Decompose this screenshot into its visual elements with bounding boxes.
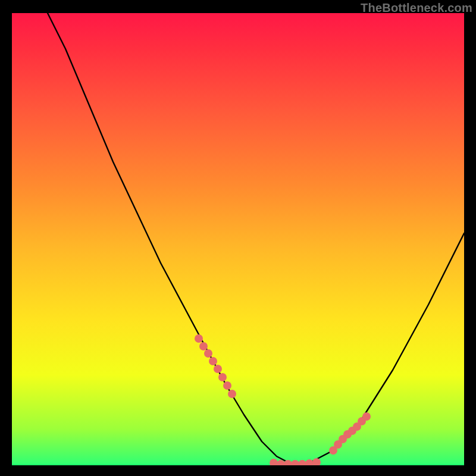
svg-point-8 xyxy=(228,390,236,398)
svg-point-2 xyxy=(199,342,208,350)
svg-point-17 xyxy=(270,459,278,465)
svg-point-5 xyxy=(214,365,222,373)
watermark-text: TheBottleneck.com xyxy=(361,1,472,15)
svg-point-3 xyxy=(204,349,212,358)
svg-point-4 xyxy=(209,357,217,365)
svg-point-23 xyxy=(312,458,321,465)
gradient-plot xyxy=(12,13,464,465)
svg-point-21 xyxy=(298,460,306,465)
svg-point-16 xyxy=(362,412,371,421)
svg-point-22 xyxy=(305,459,314,465)
bottleneck-curve xyxy=(12,13,464,465)
svg-point-1 xyxy=(195,334,203,343)
svg-point-7 xyxy=(223,381,231,390)
svg-point-20 xyxy=(291,460,299,465)
svg-point-6 xyxy=(218,373,227,381)
